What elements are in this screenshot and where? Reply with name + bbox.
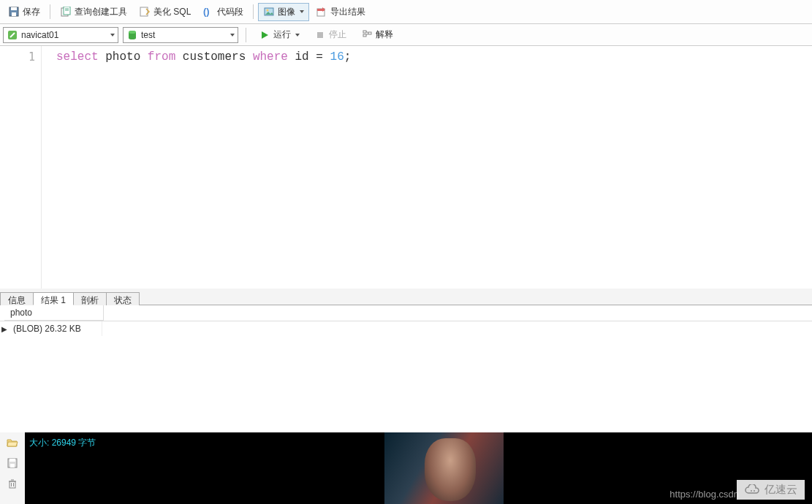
- svg-rect-24: [10, 464, 15, 467]
- tab-info[interactable]: 信息: [0, 292, 34, 305]
- watermark-brand: 亿速云: [737, 480, 805, 500]
- stop-icon: [314, 29, 326, 41]
- svg-rect-19: [368, 32, 371, 34]
- image-label: 图像: [278, 6, 295, 18]
- svg-point-10: [267, 9, 269, 12]
- svg-rect-2: [12, 12, 16, 16]
- tok-id: id: [295, 50, 309, 64]
- image-button[interactable]: 图像: [258, 3, 309, 21]
- line-gutter: 1: [0, 46, 42, 289]
- save-button[interactable]: 保存: [3, 3, 45, 21]
- chevron-down-icon[interactable]: [300, 10, 304, 13]
- result-grid: photo ▶ (BLOB) 26.32 KB: [0, 305, 812, 423]
- svg-rect-25: [10, 481, 15, 488]
- connection-select[interactable]: navicat01: [3, 27, 118, 43]
- query-builder-button[interactable]: 查询创建工具: [55, 3, 132, 21]
- preview-body: 大小: 26949 字节 https://blog.csdn 亿速云: [25, 432, 812, 504]
- preview-toolbar: [0, 432, 25, 504]
- separator: [253, 4, 254, 19]
- cloud-icon: [744, 484, 760, 496]
- connection-icon: [7, 29, 18, 41]
- table-row[interactable]: ▶ (BLOB) 26.32 KB: [0, 321, 812, 336]
- separator: [246, 28, 246, 42]
- beautify-label: 美化 SQL: [153, 6, 191, 18]
- stop-label: 停止: [329, 28, 346, 41]
- result-header-row: photo: [0, 305, 812, 321]
- save-icon: [8, 6, 20, 18]
- watermark-link-text: https://blog.csdn: [669, 489, 739, 500]
- database-icon: [126, 29, 138, 41]
- column-header-photo[interactable]: photo: [4, 305, 104, 321]
- chevron-down-icon: [110, 34, 115, 37]
- query-builder-label: 查询创建工具: [75, 6, 127, 18]
- delete-icon[interactable]: [7, 478, 18, 489]
- code-content[interactable]: select photo from customers where id = 1…: [42, 46, 812, 289]
- tok-val: 16: [330, 50, 344, 64]
- snippet-icon: (): [202, 6, 214, 18]
- blob-preview-panel: 大小: 26949 字节 https://blog.csdn 亿速云: [0, 432, 812, 504]
- tok-eq: =: [316, 50, 323, 64]
- explain-button[interactable]: 解释: [356, 26, 398, 44]
- svg-rect-17: [363, 31, 366, 33]
- separator: [50, 4, 50, 19]
- chevron-down-icon: [230, 34, 235, 37]
- export-button[interactable]: 导出结果: [311, 3, 371, 21]
- run-label: 运行: [273, 28, 291, 41]
- tab-result[interactable]: 结果 1: [33, 292, 74, 305]
- tok-photo: photo: [105, 50, 140, 64]
- stop-button: 停止: [309, 26, 352, 44]
- export-label: 导出结果: [330, 6, 365, 18]
- svg-rect-16: [317, 32, 323, 38]
- main-toolbar: 保存 查询创建工具 美化 SQL () 代码段 图像 导出结果: [0, 0, 812, 24]
- svg-point-31: [754, 490, 755, 492]
- run-button[interactable]: 运行: [254, 26, 305, 44]
- image-icon: [263, 6, 275, 18]
- snippet-label: 代码段: [217, 6, 243, 18]
- save-label: 保存: [23, 6, 40, 18]
- beautify-icon: [139, 6, 151, 18]
- svg-point-15: [129, 31, 136, 34]
- watermark-text: 亿速云: [764, 483, 797, 497]
- kw-from: from: [148, 50, 175, 64]
- tok-semi: ;: [344, 50, 352, 64]
- chevron-down-icon[interactable]: [295, 34, 300, 37]
- svg-text:(): (): [203, 7, 210, 17]
- result-tabs: 信息 结果 1 剖析 状态: [0, 289, 812, 305]
- preview-image: [384, 432, 504, 504]
- database-value: test: [141, 30, 155, 40]
- snippet-button[interactable]: () 代码段: [197, 3, 248, 21]
- line-number: 1: [0, 50, 35, 64]
- database-select[interactable]: test: [123, 27, 238, 43]
- tok-customers: customers: [183, 50, 246, 64]
- preview-size-label: 大小: 26949 字节: [29, 437, 96, 449]
- connection-value: navicat01: [21, 30, 58, 40]
- play-icon: [259, 29, 270, 41]
- svg-point-30: [751, 490, 752, 492]
- explain-icon: [361, 29, 373, 41]
- kw-where: where: [253, 50, 288, 64]
- cell-value[interactable]: (BLOB) 26.32 KB: [9, 321, 102, 336]
- folder-open-icon[interactable]: [7, 437, 18, 448]
- tab-profile[interactable]: 剖析: [73, 292, 107, 305]
- export-icon: [316, 6, 327, 18]
- query-builder-icon: [60, 6, 72, 18]
- sql-editor[interactable]: 1 select photo from customers where id =…: [0, 46, 812, 289]
- save-disk-icon[interactable]: [7, 457, 18, 469]
- svg-rect-23: [10, 459, 15, 462]
- svg-rect-18: [363, 34, 366, 37]
- tab-status[interactable]: 状态: [106, 292, 140, 305]
- row-indicator-icon: ▶: [0, 325, 9, 333]
- kw-select: select: [56, 50, 99, 64]
- explain-label: 解释: [376, 28, 393, 41]
- svg-rect-1: [11, 7, 17, 10]
- beautify-sql-button[interactable]: 美化 SQL: [134, 3, 196, 21]
- connection-toolbar: navicat01 test 运行 停止 解释: [0, 24, 812, 46]
